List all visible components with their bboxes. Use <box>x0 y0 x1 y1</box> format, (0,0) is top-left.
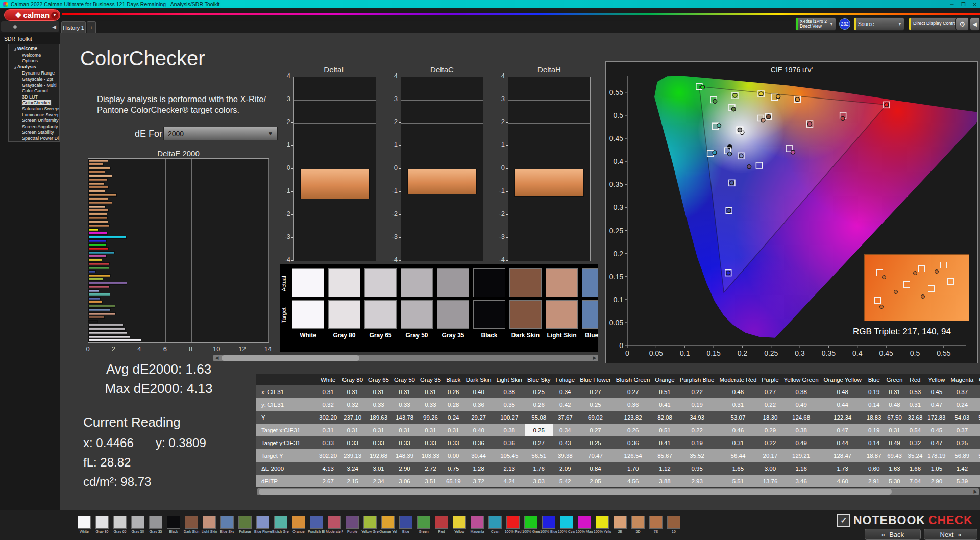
cell[interactable]: 0.31 <box>418 424 444 436</box>
scrollbar-thumb[interactable] <box>259 489 892 495</box>
cell[interactable]: 67.50 <box>884 411 905 424</box>
cell[interactable]: 3.72 <box>463 475 494 487</box>
back-button[interactable]: « Back <box>865 529 921 540</box>
cell[interactable]: 0.31 <box>365 385 391 398</box>
tree-expand-icon[interactable]: ◢ <box>14 47 16 51</box>
cell[interactable]: 4.13 <box>316 462 339 475</box>
sidebar-item-spectral-power-dist-[interactable]: Spectral Power Dist. <box>11 136 59 142</box>
sidebar-item-3d-lut[interactable]: 3D LUT <box>11 94 59 101</box>
cell[interactable]: 0.31 <box>884 424 905 436</box>
cell[interactable]: 0.25 <box>525 424 553 436</box>
scroll-left-icon[interactable]: ◀ <box>213 355 220 361</box>
maximize-button[interactable]: ❐ <box>961 2 966 7</box>
cell[interactable]: 0.31 <box>339 424 365 436</box>
sidebar-item-screen-uniformity[interactable]: Screen Uniformity <box>11 118 59 124</box>
cell[interactable]: 0.33 <box>365 398 391 411</box>
cell[interactable]: 0.26 <box>614 424 652 436</box>
cell[interactable]: 0.35 <box>494 398 525 411</box>
cell[interactable]: 0.32 <box>316 398 339 411</box>
cell[interactable]: 3.06 <box>391 475 418 487</box>
cell[interactable]: 172.83 <box>925 411 948 424</box>
source-selector[interactable]: Source ▼ <box>853 17 904 31</box>
cell[interactable]: 3.00 <box>759 462 781 475</box>
cell[interactable]: 5.42 <box>553 475 577 487</box>
cell[interactable]: 0.33 <box>444 436 463 449</box>
cell[interactable]: 0.22 <box>677 424 717 436</box>
panel-back-icon[interactable]: ◀ <box>970 17 980 31</box>
cell[interactable]: 1.42 <box>948 462 976 475</box>
cell[interactable]: 0.25 <box>948 436 976 449</box>
tree-expand-icon[interactable]: ◢ <box>14 66 16 69</box>
cell[interactable]: 0.26 <box>444 385 463 398</box>
cell[interactable]: 1.73 <box>821 462 864 475</box>
cell[interactable]: 0.46 <box>717 424 759 436</box>
cell[interactable]: 65.19 <box>444 475 463 487</box>
cell[interactable]: 0.19 <box>864 385 884 398</box>
cell[interactable]: 0.24 <box>948 398 976 411</box>
cell[interactable]: 18.83 <box>864 411 884 424</box>
cell[interactable]: 124.68 <box>781 411 821 424</box>
tab-history-1[interactable]: History 1 <box>61 21 86 33</box>
cell[interactable]: 0.27 <box>976 436 980 449</box>
cell[interactable]: 4.56 <box>614 475 652 487</box>
sidebar-collapse-icon[interactable]: ◀ <box>52 24 56 30</box>
cell[interactable]: 0.33 <box>391 436 418 449</box>
cell[interactable]: 128.47 <box>821 449 864 462</box>
cell[interactable]: 30.44 <box>463 449 494 462</box>
cell[interactable]: 4.60 <box>821 475 864 487</box>
cell[interactable]: 0.60 <box>864 462 884 475</box>
cell[interactable]: 2.13 <box>494 462 525 475</box>
cell[interactable]: 2.72 <box>418 462 444 475</box>
cell[interactable]: 0.43 <box>553 436 577 449</box>
cell[interactable]: 13.76 <box>759 475 781 487</box>
cell[interactable]: 129.21 <box>781 449 821 462</box>
cell[interactable]: 4.24 <box>494 475 525 487</box>
cell[interactable]: 0.54 <box>905 424 925 436</box>
gear-icon[interactable]: ⚙ <box>955 17 969 31</box>
cell[interactable]: 0.25 <box>525 385 553 398</box>
cell[interactable]: 0.45 <box>925 385 948 398</box>
cell[interactable]: 0.31 <box>444 424 463 436</box>
cell[interactable]: 2.90 <box>925 475 948 487</box>
cell[interactable]: 0.19 <box>677 398 717 411</box>
cell[interactable]: 2.67 <box>316 475 339 487</box>
cell[interactable]: 0.44 <box>821 436 864 449</box>
sidebar-item-grayscale-2pt[interactable]: Grayscale - 2pt <box>11 77 59 83</box>
cell[interactable]: 0.33 <box>339 436 365 449</box>
cell[interactable]: 1.28 <box>463 462 494 475</box>
cell[interactable]: 2.06 <box>976 462 980 475</box>
cell[interactable]: 148.39 <box>391 449 418 462</box>
cell[interactable]: 0.24 <box>444 411 463 424</box>
cell[interactable]: 0.84 <box>577 462 614 475</box>
cell[interactable]: 70.47 <box>577 449 614 462</box>
cell[interactable]: 0.95 <box>677 462 717 475</box>
meter-selector[interactable]: X-Rite i1Pro 2 Direct View ▼ <box>795 17 836 31</box>
cell[interactable]: 0.45 <box>925 424 948 436</box>
cell[interactable]: 5.30 <box>884 475 905 487</box>
cell[interactable]: 1.12 <box>652 462 677 475</box>
minimize-button[interactable]: ─ <box>950 2 954 7</box>
cell[interactable]: 302.20 <box>316 411 339 424</box>
cell[interactable]: 0.33 <box>365 436 391 449</box>
cell[interactable]: 20.17 <box>759 449 781 462</box>
cell[interactable]: 189.63 <box>365 411 391 424</box>
cell[interactable]: 56.44 <box>717 449 759 462</box>
cell[interactable]: 3.88 <box>652 475 677 487</box>
cell[interactable]: 0.25 <box>577 436 614 449</box>
cell[interactable]: 0.21 <box>976 424 980 436</box>
cell[interactable]: 0.22 <box>759 398 781 411</box>
cell[interactable]: 0.31 <box>316 385 339 398</box>
close-button[interactable]: ✕ <box>973 2 977 7</box>
cell[interactable]: 0.31 <box>316 424 339 436</box>
table-scrollbar[interactable]: ▶ <box>257 488 979 495</box>
cell[interactable]: 57.53 <box>976 411 980 424</box>
cell[interactable]: 3.03 <box>525 475 553 487</box>
cell[interactable]: 0.53 <box>905 385 925 398</box>
workspace-mini-panel[interactable]: ◀ <box>1 21 59 32</box>
cell[interactable]: 239.13 <box>339 449 365 462</box>
cell[interactable]: 178.19 <box>925 449 948 462</box>
cell[interactable]: 18.87 <box>864 449 884 462</box>
cell[interactable]: 2.05 <box>577 475 614 487</box>
cell[interactable]: 0.41 <box>652 436 677 449</box>
sidebar-item-welcome[interactable]: ◢Welcome <box>11 46 59 53</box>
